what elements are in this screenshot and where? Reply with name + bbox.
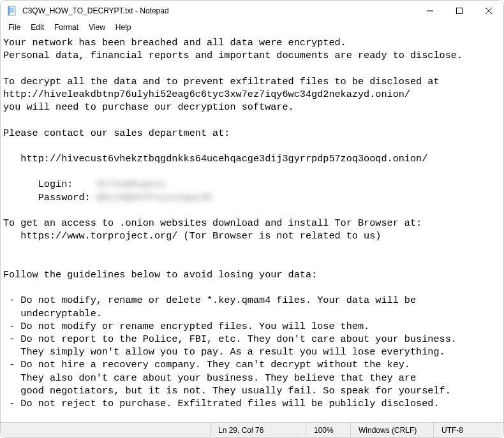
text-line: - Do not modify, rename or delete *.key.… <box>3 295 422 306</box>
svg-rect-7 <box>457 8 463 14</box>
close-button[interactable] <box>474 1 503 21</box>
menu-view[interactable]: View <box>84 22 110 33</box>
statusbar: Ln 29, Col 76 100% Windows (CRLF) UTF-8 <box>1 422 503 437</box>
status-line-col: Ln 29, Col 76 <box>210 423 306 437</box>
window-controls <box>415 1 503 21</box>
text-line: Password: <box>3 192 96 203</box>
text-line: http://hiveleakdbtnp76ulyhi52eag6c6tyc3x… <box>3 89 410 100</box>
svg-rect-5 <box>8 6 10 15</box>
status-encoding: UTF-8 <box>433 423 503 437</box>
text-line: Personal data, financial reports and imp… <box>3 50 463 61</box>
menu-file[interactable]: File <box>3 22 26 33</box>
text-line: They also don't care about your business… <box>3 372 422 384</box>
text-line: - Do not modify or rename encrypted file… <box>3 321 369 332</box>
menu-edit[interactable]: Edit <box>26 22 49 33</box>
text-line: To get an access to .onion websites down… <box>3 217 422 229</box>
menubar: File Edit Format View Help <box>1 21 503 34</box>
text-line: - Do not hire a recovery company. They c… <box>3 359 422 370</box>
text-line: https://www.torproject.org/ (Tor Browser… <box>3 230 381 242</box>
text-line: good negotiators, but it is not. They us… <box>3 385 451 397</box>
titlebar: C3QW_HOW_TO_DECRYPT.txt - Notepad <box>1 1 503 21</box>
menu-help[interactable]: Help <box>110 22 137 33</box>
maximize-button[interactable] <box>445 1 474 21</box>
text-line: They simply won't allow you to pay. As a… <box>3 346 445 358</box>
text-line: Login: <box>3 179 96 190</box>
text-editor-content[interactable]: Your network has been breached and all d… <box>1 35 503 422</box>
text-line: Follow the guidelines below to avoid los… <box>3 269 317 281</box>
minimize-button[interactable] <box>415 1 445 21</box>
text-line: - Do not report to the Police, FBI, etc.… <box>3 333 457 345</box>
text-line: Your network has been breached and all d… <box>3 37 346 48</box>
text-line: To decrypt all the data and to prevent e… <box>3 76 445 87</box>
text-line: undecryptable. <box>3 308 102 319</box>
status-eol: Windows (CRLF) <box>350 423 433 437</box>
notepad-icon <box>7 6 17 16</box>
text-line: you will need to purchase our decryption… <box>3 101 294 113</box>
menu-format[interactable]: Format <box>49 22 84 33</box>
window-title: C3QW_HOW_TO_DECRYPT.txt - Notepad <box>22 6 415 15</box>
status-zoom: 100% <box>306 423 350 437</box>
text-line: Please contact our sales department at: <box>3 128 230 139</box>
password-value-redacted: QK2j9QKhTPxyve2gwL85 <box>96 192 212 203</box>
text-line: - Do not reject to purchase. Exfiltrated… <box>3 398 440 409</box>
login-value-redacted: Sh7SuW9upes1 <box>96 179 166 190</box>
text-line: http://hivecust6vhekztbqgdnkks64ucehqacg… <box>3 153 427 164</box>
